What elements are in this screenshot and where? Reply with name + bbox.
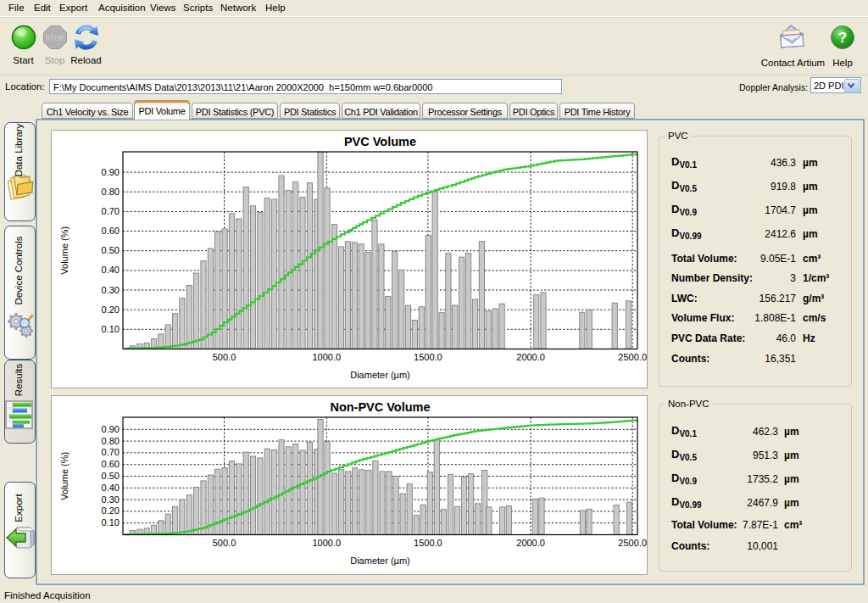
svg-text:Diameter (µm): Diameter (µm) — [350, 370, 410, 380]
svg-text:0.40: 0.40 — [102, 265, 120, 275]
svg-text:STOP: STOP — [46, 34, 65, 42]
svg-text:0.80: 0.80 — [102, 187, 120, 197]
svg-text:0.70: 0.70 — [102, 447, 120, 457]
svg-text:1500.0: 1500.0 — [414, 538, 442, 548]
svg-text:Diameter (µm): Diameter (µm) — [350, 556, 410, 566]
svg-text:0.20: 0.20 — [102, 304, 120, 315]
svg-text:0.50: 0.50 — [102, 471, 120, 481]
svg-text:0.10: 0.10 — [102, 517, 120, 528]
svg-text:0.80: 0.80 — [102, 436, 120, 446]
svg-text:0.50: 0.50 — [102, 245, 120, 255]
svg-text:PVC Volume: PVC Volume — [344, 135, 416, 148]
svg-text:2500.0: 2500.0 — [618, 352, 647, 362]
svg-text:0.60: 0.60 — [102, 226, 120, 236]
svg-text:2000.0: 2000.0 — [516, 352, 545, 362]
svg-text:2500.0: 2500.0 — [618, 538, 647, 548]
svg-text:0.90: 0.90 — [102, 167, 120, 177]
svg-text:2000.0: 2000.0 — [516, 538, 545, 548]
svg-text:500.0: 500.0 — [213, 538, 236, 548]
svg-text:0.70: 0.70 — [102, 206, 120, 216]
svg-text:1500.0: 1500.0 — [414, 352, 442, 362]
svg-text:0.30: 0.30 — [102, 285, 120, 295]
svg-text:0.40: 0.40 — [102, 483, 120, 493]
svg-text:0.60: 0.60 — [102, 459, 120, 469]
svg-text:0.10: 0.10 — [102, 324, 120, 334]
svg-text:0.30: 0.30 — [102, 494, 120, 505]
svg-text:1000.0: 1000.0 — [312, 538, 341, 548]
svg-text:Volume (%): Volume (%) — [59, 226, 70, 275]
svg-text:0.20: 0.20 — [102, 505, 120, 516]
svg-text:Volume (%): Volume (%) — [59, 452, 70, 500]
svg-text:0.90: 0.90 — [102, 424, 120, 434]
svg-text:Non-PVC Volume: Non-PVC Volume — [330, 400, 430, 414]
svg-text:500.0: 500.0 — [213, 352, 236, 362]
svg-text:1000.0: 1000.0 — [312, 352, 341, 362]
svg-text:?: ? — [838, 30, 847, 46]
